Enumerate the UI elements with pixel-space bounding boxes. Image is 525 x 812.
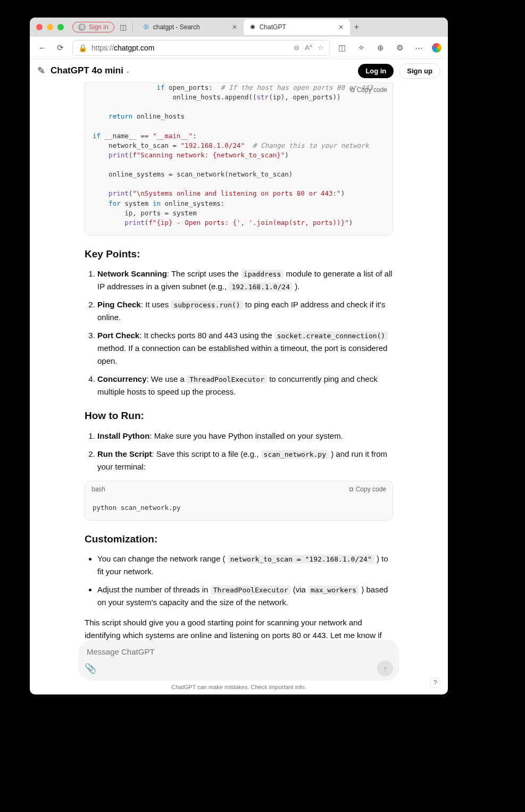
new-chat-icon[interactable]: ✎ [37, 65, 45, 77]
tab-title: ChatGPT [260, 23, 286, 31]
code-block-bash: bash ⧉ Copy code python scan_network.py [85, 481, 393, 521]
maximize-window-button[interactable] [57, 24, 64, 30]
heading-customization: Customization: [85, 531, 393, 547]
code-block-python: ⧉ Copy code if open_ports: # If the host… [85, 82, 393, 236]
copy-icon: ⧉ [350, 85, 355, 95]
person-icon: ⦿ [78, 23, 86, 31]
refresh-button[interactable]: ⟳ [54, 42, 66, 54]
tab-title: chatgpt - Search [153, 23, 200, 31]
code-body: if open_ports: # If the host has open po… [85, 83, 393, 235]
browser-window: ⦿ Sign in ◫ ⓑ chatgpt - Search ✕ ✺ ChatG… [30, 18, 448, 694]
model-selector[interactable]: ChatGPT 4o mini ⌄ [51, 65, 130, 76]
copy-label: Copy code [356, 484, 386, 495]
url-field[interactable]: 🔒 https://chatgpt.com ⊖ AA ☆ [72, 40, 330, 56]
copy-code-button[interactable]: ⧉ Copy code [349, 484, 386, 495]
zoom-icon[interactable]: ⊖ [294, 44, 299, 52]
key-points-list: Network Scanning: The script uses the ip… [85, 267, 393, 398]
help-button[interactable]: ? [430, 677, 440, 688]
tab-chatgpt[interactable]: ✺ ChatGPT ✕ [244, 19, 350, 35]
close-window-button[interactable] [36, 24, 43, 30]
how-to-run-list: Install Python: Make sure you have Pytho… [85, 430, 393, 473]
tab-search[interactable]: ⓑ chatgpt - Search ✕ [137, 19, 244, 35]
url-bar: ← ⟳ 🔒 https://chatgpt.com ⊖ AA ☆ ◫ ✧ ⊕ ⚙… [30, 37, 448, 59]
browser-signin-button[interactable]: ⦿ Sign in [72, 22, 114, 32]
composer-area: 📎 ↑ ChatGPT can make mistakes. Check imp… [30, 640, 448, 694]
close-tab-icon[interactable]: ✕ [232, 23, 237, 31]
copilot-icon[interactable] [432, 43, 441, 53]
collections-icon[interactable]: ⊕ [374, 42, 386, 54]
lock-icon: 🔒 [78, 44, 87, 52]
customization-list: You can change the network range ( netwo… [85, 553, 393, 609]
heading-how-to-run: How to Run: [85, 408, 393, 424]
favorite-icon[interactable]: ☆ [318, 44, 324, 52]
more-icon[interactable]: ⋯ [413, 42, 424, 54]
heading-key-points: Key Points: [85, 246, 393, 262]
list-item: Adjust the number of threads in ThreadPo… [97, 583, 393, 609]
code-body: python scan_network.py [85, 498, 393, 520]
app-header: ✎ ChatGPT 4o mini ⌄ Log in Sign up [30, 59, 448, 82]
attach-icon[interactable]: 📎 [85, 663, 96, 674]
text-size-icon[interactable]: AA [305, 44, 312, 52]
url-domain: chatgpt.com [114, 44, 154, 52]
list-item: Concurrency: We use a ThreadPoolExecutor… [97, 373, 393, 398]
disclaimer: ChatGPT can make mistakes. Check importa… [37, 681, 440, 690]
copy-icon: ⧉ [349, 484, 354, 495]
copy-label: Copy code [357, 85, 387, 95]
extensions-icon[interactable]: ⚙ [394, 42, 405, 54]
composer: 📎 ↑ [78, 640, 399, 681]
list-item: Install Python: Make sure you have Pytho… [97, 430, 393, 442]
code-lang: bash [91, 484, 105, 495]
close-tab-icon[interactable]: ✕ [338, 23, 344, 31]
titlebar: ⦿ Sign in ◫ ⓑ chatgpt - Search ✕ ✺ ChatG… [30, 18, 448, 37]
back-button[interactable]: ← [36, 42, 48, 54]
list-item: You can change the network range ( netwo… [97, 553, 393, 578]
copy-code-button[interactable]: ⧉ Copy code [350, 85, 387, 95]
list-item: Run the Script: Save this script to a fi… [97, 448, 393, 473]
bing-icon: ⓑ [144, 23, 149, 31]
login-button[interactable]: Log in [358, 64, 394, 78]
url-proto: https:// [91, 44, 114, 52]
chevron-down-icon: ⌄ [126, 68, 130, 74]
new-tab-button[interactable]: + [350, 22, 363, 32]
model-name: ChatGPT 4o mini [51, 65, 123, 76]
list-item: Ping Check: It uses subprocess.run() to … [97, 298, 393, 324]
minimize-window-button[interactable] [47, 24, 53, 30]
list-item: Network Scanning: The script uses the ip… [97, 267, 393, 293]
chatgpt-icon: ✺ [250, 23, 255, 31]
tab-separator [132, 22, 133, 32]
favorites-icon[interactable]: ✧ [355, 42, 367, 54]
signin-label: Sign in [89, 23, 109, 31]
message-input[interactable] [85, 645, 393, 660]
chat-content: ⧉ Copy code if open_ports: # If the host… [30, 82, 448, 694]
list-item: Port Check: It checks ports 80 and 443 u… [97, 329, 393, 367]
split-screen-icon[interactable]: ◫ [336, 42, 348, 54]
signup-button[interactable]: Sign up [399, 63, 440, 79]
traffic-lights [36, 24, 64, 30]
assistant-message: ⧉ Copy code if open_ports: # If the host… [85, 82, 393, 676]
send-button[interactable]: ↑ [377, 660, 393, 676]
tabstrip: ⓑ chatgpt - Search ✕ ✺ ChatGPT ✕ + [137, 19, 441, 35]
sidebar-toggle-icon[interactable]: ◫ [119, 22, 128, 32]
